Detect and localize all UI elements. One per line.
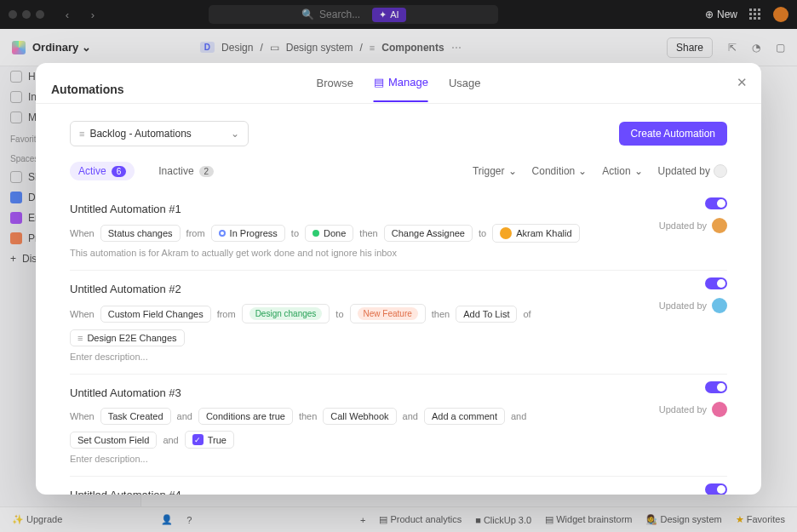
trigger-chip[interactable]: Status changes xyxy=(100,225,181,242)
action-chip[interactable]: Add a comment xyxy=(424,408,505,425)
trigger-chip[interactable]: Task Created xyxy=(100,408,171,425)
sort-updated-by[interactable]: Updated by xyxy=(658,164,727,178)
modal-title: Automations xyxy=(51,83,124,96)
filter-inactive[interactable]: Inactive 2 xyxy=(150,162,222,180)
assignee-chip[interactable]: Akram Khalid xyxy=(492,224,579,243)
trigger-chip[interactable]: Custom Field Changes xyxy=(100,306,211,323)
active-count-badge: 6 xyxy=(112,166,127,177)
updated-by-label: Updated by xyxy=(659,218,727,233)
list-icon: ≡ xyxy=(77,333,83,343)
automation-row[interactable]: Updated by Untitled Automation #3 When T… xyxy=(70,375,727,477)
automation-title: Untitled Automation #4 xyxy=(70,489,727,495)
condition-chip[interactable]: Conditions are true xyxy=(198,408,293,425)
automation-row[interactable]: Updated by Untitled Automation #1 When S… xyxy=(70,191,727,271)
checkbox-true-icon: ✓ xyxy=(192,434,204,445)
automation-title: Untitled Automation #3 xyxy=(70,386,727,399)
automation-title: Untitled Automation #1 xyxy=(70,203,727,215)
filters-row: Active 6 Inactive 2 Trigger ⌄ Condition … xyxy=(70,162,727,180)
action-chip[interactable]: Set Custom Field xyxy=(70,432,157,449)
to-status-chip[interactable]: Done xyxy=(305,225,353,242)
automation-chain: When Task Created and Conditions are tru… xyxy=(70,408,598,449)
automation-description-placeholder[interactable]: Enter description... xyxy=(70,352,727,362)
modal-body: ≡ Backlog - Automations Create Automatio… xyxy=(36,104,761,495)
updater-avatar xyxy=(712,218,727,233)
modal-header: Automations Browse ▤Manage Usage ✕ xyxy=(36,63,761,104)
value-chip[interactable]: ✓True xyxy=(185,431,234,449)
automations-modal: Automations Browse ▤Manage Usage ✕ ≡ Bac… xyxy=(36,63,761,495)
close-icon[interactable]: ✕ xyxy=(737,75,748,90)
updated-by-label: Updated by xyxy=(659,298,727,313)
target-list-chip[interactable]: ≡Design E2E Changes xyxy=(70,329,185,346)
updated-by-label: Updated by xyxy=(659,402,727,417)
automation-description-placeholder[interactable]: Enter description... xyxy=(70,454,727,464)
sort-action[interactable]: Action ⌄ xyxy=(602,165,642,177)
automation-title: Untitled Automation #2 xyxy=(70,283,727,295)
status-progress-icon xyxy=(219,230,226,237)
updated-by-filter-avatar xyxy=(714,164,727,178)
action-chip[interactable]: Add To List xyxy=(456,306,517,323)
updater-avatar xyxy=(712,402,727,417)
updater-avatar xyxy=(712,298,727,313)
tab-browse[interactable]: Browse xyxy=(317,76,353,102)
automation-row[interactable]: Updated by Untitled Automation #2 When C… xyxy=(70,271,727,375)
automation-toggle[interactable] xyxy=(705,381,727,393)
sort-trigger[interactable]: Trigger ⌄ xyxy=(473,165,517,177)
create-automation-button[interactable]: Create Automation xyxy=(619,122,727,146)
action-chip[interactable]: Change Assignee xyxy=(384,225,473,242)
list-icon: ≡ xyxy=(79,129,84,139)
sort-condition[interactable]: Condition ⌄ xyxy=(532,165,588,177)
automation-chain: When Custom Field Changes from Design ch… xyxy=(70,304,598,346)
automation-description[interactable]: This automation is for Akram to actually… xyxy=(70,248,727,258)
action-chip[interactable]: Call Webhook xyxy=(323,408,396,425)
automation-toggle[interactable] xyxy=(705,277,727,289)
modal-tabs: Browse ▤Manage Usage xyxy=(317,76,481,102)
automation-toggle[interactable] xyxy=(705,483,727,495)
manage-icon: ▤ xyxy=(374,76,384,89)
inactive-count-badge: 2 xyxy=(199,166,215,177)
filter-active[interactable]: Active 6 xyxy=(70,162,135,180)
tab-manage[interactable]: ▤Manage xyxy=(374,76,428,102)
automation-row[interactable]: Updated by Untitled Automation #4 When S… xyxy=(70,477,727,495)
to-tag-chip[interactable]: New Feature xyxy=(350,304,426,323)
automation-toggle[interactable] xyxy=(705,197,727,209)
automation-chain: When Status changes from In Progress to … xyxy=(70,224,598,243)
assignee-avatar xyxy=(500,227,512,239)
controls-row: ≡ Backlog - Automations Create Automatio… xyxy=(70,121,727,146)
scope-dropdown[interactable]: ≡ Backlog - Automations xyxy=(70,121,249,146)
from-tag-chip[interactable]: Design changes xyxy=(242,304,330,323)
tab-usage[interactable]: Usage xyxy=(449,76,481,102)
scope-label: Backlog - Automations xyxy=(89,128,191,140)
status-done-icon xyxy=(312,230,319,237)
from-status-chip[interactable]: In Progress xyxy=(211,225,285,242)
